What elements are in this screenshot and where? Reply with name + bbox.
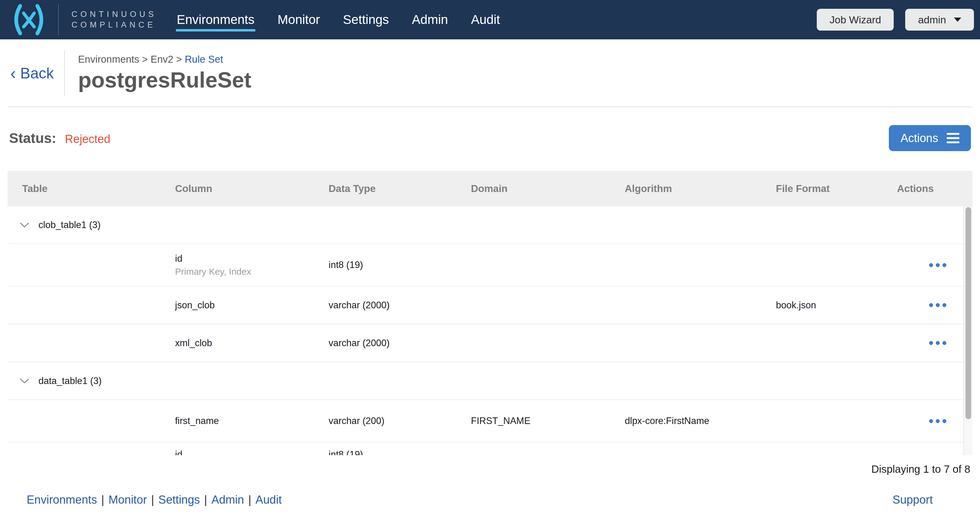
- column-header-actions: Actions: [883, 183, 962, 194]
- table-header-row: Table Column Data Type Domain Algorithm …: [8, 171, 972, 206]
- table-column-row: json_clob varchar (2000) book.json: [8, 286, 972, 325]
- group-table-name: clob_table1 (3): [38, 220, 100, 231]
- nav-environments[interactable]: Environments: [177, 0, 255, 39]
- top-navbar: CONTINUOUS COMPLIANCE Environments Monit…: [0, 0, 980, 39]
- footer-separator: |: [151, 493, 154, 506]
- nav-settings[interactable]: Settings: [343, 0, 389, 39]
- row-actions-button[interactable]: [928, 300, 962, 310]
- navbar-right: Job Wizard admin: [817, 9, 974, 30]
- footer-links: Environments|Monitor|Settings|Admin|Audi…: [27, 493, 282, 506]
- cell-domain: [457, 442, 610, 449]
- footer: Environments|Monitor|Settings|Admin|Audi…: [0, 493, 980, 506]
- table-column-row: id int8 (19): [8, 442, 972, 455]
- back-label: Back: [20, 65, 54, 82]
- job-wizard-label: Job Wizard: [829, 14, 881, 26]
- footer-separator: |: [248, 493, 251, 506]
- footer-separator: |: [101, 493, 104, 506]
- table-scrollbar[interactable]: [963, 206, 972, 455]
- page-head: ‹ Back Environments > Env2 > Rule Set po…: [9, 50, 980, 96]
- brand: CONTINUOUS COMPLIANCE: [0, 0, 157, 39]
- footer-link-audit[interactable]: Audit: [256, 493, 282, 506]
- column-header-algorithm: Algorithm: [610, 183, 761, 194]
- table-column-row: xml_clob varchar (2000): [8, 325, 972, 362]
- actions-button[interactable]: Actions: [889, 125, 971, 151]
- job-wizard-button[interactable]: Job Wizard: [817, 9, 894, 30]
- footer-link-admin[interactable]: Admin: [212, 493, 244, 506]
- hamburger-icon: [947, 133, 959, 143]
- table-group-row[interactable]: data_table1 (3): [8, 362, 972, 400]
- scrollbar-thumb[interactable]: [966, 207, 971, 419]
- column-header-domain: Domain: [457, 183, 610, 194]
- footer-link-environments[interactable]: Environments: [27, 493, 97, 506]
- status-label: Status:: [9, 130, 56, 146]
- footer-link-monitor[interactable]: Monitor: [108, 493, 147, 506]
- footer-separator: |: [204, 493, 207, 506]
- cell-column: first_name: [161, 415, 314, 427]
- brand-divider: [58, 4, 59, 35]
- cell-column: xml_clob: [161, 338, 314, 349]
- breadcrumb-current[interactable]: Rule Set: [185, 54, 223, 65]
- cell-column-sub: Primary Key, Index: [175, 266, 314, 277]
- nav-audit[interactable]: Audit: [471, 0, 500, 39]
- cell-algorithm: [610, 442, 761, 449]
- brand-line1: CONTINUOUS: [72, 9, 157, 20]
- pagination-status: Displaying 1 to 7 of 8: [0, 463, 970, 475]
- row-actions-button[interactable]: [928, 416, 962, 426]
- nav-admin[interactable]: Admin: [412, 0, 448, 39]
- page-title: postgresRuleSet: [78, 66, 251, 94]
- actions-button-label: Actions: [900, 132, 938, 145]
- column-header-table: Table: [8, 183, 161, 194]
- chevron-down-icon: [20, 378, 29, 384]
- cell-file-format: book.json: [761, 300, 883, 311]
- delphix-logo-icon: [11, 4, 47, 35]
- row-actions-button[interactable]: [928, 338, 962, 348]
- back-link[interactable]: ‹ Back: [9, 65, 64, 82]
- column-header-column: Column: [161, 183, 314, 194]
- cell-data-type: varchar (2000): [314, 338, 457, 349]
- cell-algorithm: dlpx-core:FirstName: [610, 415, 761, 427]
- chevron-down-icon: [20, 222, 29, 228]
- cell-data-type: varchar (200): [314, 415, 457, 427]
- table-column-row: first_name varchar (200) FIRST_NAME dlpx…: [8, 400, 972, 442]
- footer-link-settings[interactable]: Settings: [158, 493, 200, 506]
- brand-line2: COMPLIANCE: [72, 20, 157, 30]
- status-bar: Status: Rejected Actions: [9, 125, 971, 151]
- cell-domain: FIRST_NAME: [457, 415, 610, 427]
- row-actions-button[interactable]: [928, 260, 962, 270]
- table-body: clob_table1 (3) id Primary Key, Index in…: [8, 206, 972, 455]
- cell-column: json_clob: [161, 300, 314, 311]
- breadcrumb-prefix: Environments > Env2 >: [78, 54, 185, 65]
- rule-set-table: Table Column Data Type Domain Algorithm …: [8, 171, 972, 455]
- main-nav: Environments Monitor Settings Admin Audi…: [177, 0, 500, 39]
- header-rule: [8, 107, 972, 107]
- head-divider: [64, 50, 65, 96]
- caret-down-icon: [954, 18, 961, 22]
- status: Status: Rejected: [9, 130, 110, 146]
- column-header-data-type: Data Type: [314, 183, 457, 194]
- cell-column: id: [175, 253, 314, 264]
- user-menu-button[interactable]: admin: [905, 9, 974, 30]
- cell-data-type: int8 (19): [314, 259, 457, 271]
- column-header-file-format: File Format: [761, 183, 883, 194]
- table-group-row[interactable]: clob_table1 (3): [8, 206, 972, 244]
- user-menu-label: admin: [918, 14, 946, 26]
- footer-link-support[interactable]: Support: [892, 493, 933, 506]
- cell-file-format: [761, 442, 883, 449]
- nav-monitor[interactable]: Monitor: [277, 0, 320, 39]
- breadcrumb: Environments > Env2 > Rule Set: [78, 53, 251, 66]
- cell-data-type: int8 (19): [314, 442, 457, 455]
- cell-column: id: [161, 442, 314, 455]
- table-column-row: id Primary Key, Index int8 (19): [8, 244, 972, 286]
- brand-wordmark: CONTINUOUS COMPLIANCE: [72, 9, 157, 30]
- group-table-name: data_table1 (3): [38, 376, 102, 387]
- status-badge: Rejected: [65, 133, 110, 145]
- cell-data-type: varchar (2000): [314, 300, 457, 311]
- chevron-left-icon: ‹: [10, 65, 16, 82]
